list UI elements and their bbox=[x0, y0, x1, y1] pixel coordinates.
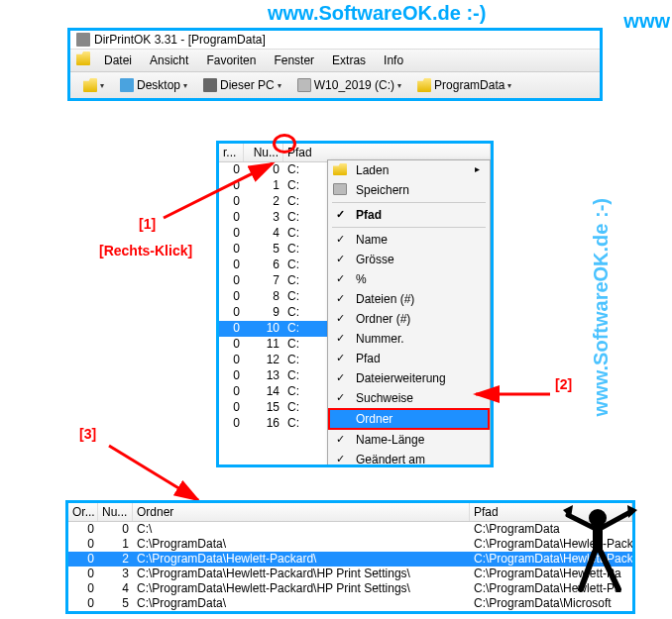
menu-bar: Datei Ansicht Favoriten Fenster Extras I… bbox=[70, 50, 600, 72]
ctx-name-laenge[interactable]: Name-Länge bbox=[328, 430, 490, 450]
ctx-label: Laden bbox=[356, 163, 389, 177]
chevron-down-icon: ▾ bbox=[397, 81, 401, 90]
ctx-item[interactable]: Name bbox=[328, 230, 490, 250]
separator bbox=[332, 202, 486, 203]
ctx-label: Speichern bbox=[356, 183, 409, 197]
menu-fenster[interactable]: Fenster bbox=[270, 52, 318, 69]
menu-extras[interactable]: Extras bbox=[328, 52, 370, 69]
annotation-2: [2] bbox=[555, 376, 572, 392]
breadcrumb-label: Desktop bbox=[137, 78, 180, 92]
chevron-down-icon: ▾ bbox=[507, 81, 511, 90]
breadcrumb-toolbar: ▾ Desktop ▾ Dieser PC ▾ W10_2019 (C:) ▾ … bbox=[70, 72, 600, 98]
table-row[interactable]: 05C:\ProgramData\C:\ProgramData\Microsof… bbox=[68, 596, 632, 611]
table-row[interactable]: 00C:\C:\ProgramData bbox=[68, 522, 632, 537]
separator bbox=[332, 227, 486, 228]
table-row[interactable]: 03C:\ProgramData\Hewlett-Packard\HP Prin… bbox=[68, 567, 632, 581]
file-list-panel: r... Nu... Pfad 00C:01C:02C:03C:04C:05C:… bbox=[216, 141, 494, 467]
app-icon bbox=[76, 33, 90, 47]
folder-icon bbox=[417, 78, 431, 92]
list-body: 00C:\C:\ProgramData01C:\ProgramData\C:\P… bbox=[68, 522, 632, 611]
ctx-speichern[interactable]: Speichern bbox=[328, 180, 490, 200]
ctx-geaendert[interactable]: Geändert am bbox=[328, 450, 490, 467]
watermark-vertical: www.SoftwareOK.de :-) bbox=[590, 198, 613, 416]
col-nu[interactable]: Nu... bbox=[98, 503, 133, 521]
col-ordner[interactable]: Ordner bbox=[133, 503, 470, 521]
ctx-item[interactable]: Dateien (#) bbox=[328, 289, 490, 309]
table-row[interactable]: 01C:\ProgramData\C:\ProgramData\Hewlett-… bbox=[68, 537, 632, 552]
chevron-down-icon: ▾ bbox=[278, 81, 281, 90]
context-menu: Laden ▸ Speichern Pfad NameGrösse%Dateie… bbox=[327, 159, 491, 467]
breadcrumb-label: ProgramData bbox=[434, 78, 504, 92]
ctx-item[interactable]: Dateierweiterung bbox=[328, 368, 490, 388]
result-list: Or... Nu... Ordner Pfad 00C:\C:\ProgramD… bbox=[65, 500, 635, 614]
folder-icon bbox=[76, 52, 90, 65]
watermark-right: www bbox=[623, 10, 670, 33]
table-row[interactable]: 02C:\ProgramData\Hewlett-Packard\C:\Prog… bbox=[68, 552, 632, 567]
col-nummer[interactable]: Nu... bbox=[244, 144, 283, 161]
folder-icon bbox=[83, 78, 97, 92]
annotation-3: [3] bbox=[79, 426, 96, 442]
breadcrumb-desktop[interactable]: Desktop ▾ bbox=[113, 75, 194, 95]
breadcrumb-pc[interactable]: Dieser PC ▾ bbox=[196, 75, 288, 95]
open-icon bbox=[333, 163, 347, 175]
window-title: DirPrintOK 3.31 - [ProgramData] bbox=[94, 33, 266, 47]
table-row[interactable]: 04C:\ProgramData\Hewlett-Packard\HP Prin… bbox=[68, 581, 632, 596]
list-header: Or... Nu... Ordner Pfad bbox=[68, 503, 632, 522]
col-or[interactable]: Or... bbox=[68, 503, 98, 521]
breadcrumb-label: W10_2019 (C:) bbox=[314, 78, 394, 92]
ctx-item[interactable]: Suchweise bbox=[328, 388, 490, 408]
ctx-item[interactable]: Ordner (#) bbox=[328, 309, 490, 329]
annotation-1: [1] bbox=[139, 216, 156, 232]
breadcrumb-programdata[interactable]: ProgramData ▾ bbox=[410, 75, 518, 95]
ctx-ordner[interactable]: Ordner bbox=[328, 408, 490, 430]
menu-info[interactable]: Info bbox=[380, 52, 407, 69]
watermark-top: www.SoftwareOK.de :-) bbox=[268, 2, 486, 25]
ctx-item[interactable]: Grösse bbox=[328, 250, 490, 269]
breadcrumb-label: Dieser PC bbox=[220, 78, 275, 92]
save-icon bbox=[333, 183, 347, 195]
menu-datei[interactable]: Datei bbox=[100, 52, 136, 69]
chevron-down-icon: ▾ bbox=[183, 81, 187, 90]
ctx-laden[interactable]: Laden ▸ bbox=[328, 160, 490, 180]
ctx-item[interactable]: % bbox=[328, 269, 490, 289]
drive-icon bbox=[297, 78, 311, 92]
pc-icon bbox=[203, 78, 217, 92]
chevron-down-icon: ▾ bbox=[100, 81, 104, 90]
breadcrumb-folder[interactable]: ▾ bbox=[76, 75, 111, 95]
chevron-right-icon: ▸ bbox=[475, 163, 480, 174]
menu-favoriten[interactable]: Favoriten bbox=[202, 52, 260, 69]
breadcrumb-drive[interactable]: W10_2019 (C:) ▾ bbox=[290, 75, 408, 95]
col-pfad[interactable]: Pfad bbox=[470, 503, 632, 521]
menu-ansicht[interactable]: Ansicht bbox=[146, 52, 192, 69]
app-window: DirPrintOK 3.31 - [ProgramData] Datei An… bbox=[67, 28, 603, 101]
ctx-item[interactable]: Nummer. bbox=[328, 329, 490, 349]
col-r[interactable]: r... bbox=[219, 144, 244, 161]
annotation-rechts-klick: [Rechts-Klick] bbox=[99, 243, 192, 258]
title-bar: DirPrintOK 3.31 - [ProgramData] bbox=[70, 31, 600, 50]
svg-line-2 bbox=[109, 446, 198, 500]
desktop-icon bbox=[120, 78, 134, 92]
ctx-pfad-header[interactable]: Pfad bbox=[328, 205, 490, 225]
ctx-item[interactable]: Pfad bbox=[328, 349, 490, 368]
